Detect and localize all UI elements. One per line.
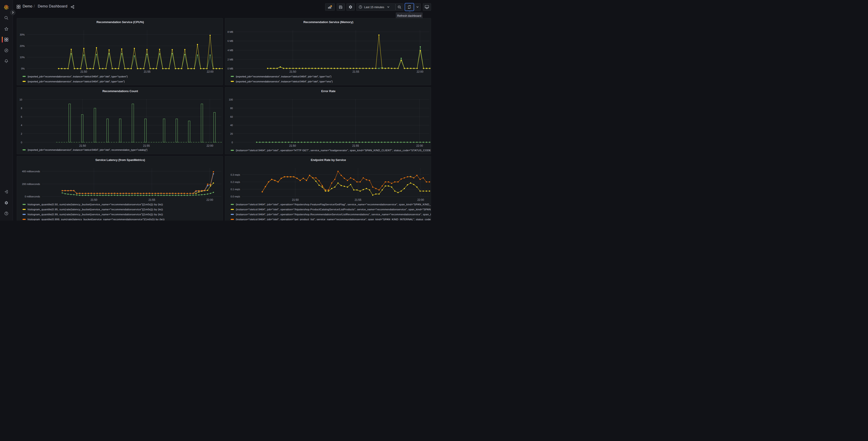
svg-text:80: 80: [230, 107, 233, 109]
svg-text:20%: 20%: [20, 45, 25, 47]
svg-text:21:50: 21:50: [80, 70, 87, 74]
svg-text:10: 10: [19, 98, 22, 101]
svg-text:8 MB: 8 MB: [227, 30, 233, 33]
svg-text:0.0 req/s: 0.0 req/s: [230, 195, 240, 198]
svg-text:21:50: 21:50: [91, 198, 97, 202]
svg-text:{exported_job="recommendations: {exported_job="recommendationservice", i…: [28, 148, 148, 151]
svg-text:0 MB: 0 MB: [227, 67, 233, 70]
svg-text:22:00: 22:00: [206, 144, 213, 147]
svg-text:{instance="otelcol:9464", job=: {instance="otelcol:9464", job="otel", op…: [236, 218, 431, 220]
svg-text:21:55: 21:55: [143, 144, 150, 147]
svg-text:histogram_quantile(0.99, sum(r: histogram_quantile(0.99, sum(rate(latenc…: [28, 213, 163, 216]
svg-text:0%: 0%: [21, 67, 25, 70]
svg-text:{instance="otelcol:9464", job=: {instance="otelcol:9464", job="otel", op…: [236, 149, 431, 152]
svg-text:22:00: 22:00: [416, 144, 423, 147]
svg-text:22:00: 22:00: [207, 70, 213, 74]
svg-text:Service Latency (from SpanMetr: Service Latency (from SpanMetrics): [95, 158, 145, 161]
svg-text:22:00: 22:00: [206, 198, 213, 202]
svg-text:{instance="otelcol:9464", job=: {instance="otelcol:9464", job="otel", op…: [236, 203, 431, 206]
svg-text:40: 40: [230, 124, 233, 126]
svg-text:21:50: 21:50: [292, 198, 299, 202]
svg-text:6: 6: [21, 115, 22, 118]
svg-text:2: 2: [21, 132, 22, 135]
svg-text:Endpoint Rate by Service: Endpoint Rate by Service: [311, 158, 346, 161]
svg-text:{instance="otelcol:9464", job=: {instance="otelcol:9464", job="otel", op…: [236, 213, 431, 216]
svg-text:400 milliseconds: 400 milliseconds: [22, 170, 40, 173]
svg-text:22:00: 22:00: [417, 198, 424, 202]
svg-text:21:50: 21:50: [289, 70, 296, 74]
svg-text:21:55: 21:55: [354, 198, 361, 202]
svg-text:Recommendation Service (Memory: Recommendation Service (Memory): [303, 20, 353, 24]
svg-text:0 milliseconds: 0 milliseconds: [25, 195, 40, 198]
svg-text:8: 8: [21, 107, 22, 109]
svg-text:2 MB: 2 MB: [227, 58, 233, 61]
svg-text:21:55: 21:55: [352, 144, 359, 147]
svg-text:{exported_job="recommendations: {exported_job="recommendationservice", i…: [28, 80, 125, 83]
svg-text:histogram_quantile(0.50, sum(r: histogram_quantile(0.50, sum(rate(latenc…: [28, 203, 163, 206]
svg-text:histogram_quantile(0.999, sum(: histogram_quantile(0.999, sum(rate(laten…: [28, 218, 164, 220]
svg-text:Recommendations Count: Recommendations Count: [102, 89, 138, 93]
svg-text:4: 4: [21, 124, 22, 126]
svg-text:Error Rate: Error Rate: [321, 89, 336, 93]
svg-text:0.2 req/s: 0.2 req/s: [230, 181, 240, 183]
svg-text:21:55: 21:55: [149, 198, 155, 202]
svg-text:{exported_job="recommendations: {exported_job="recommendationservice", i…: [28, 75, 128, 78]
svg-text:Recommendation Service (CPU%): Recommendation Service (CPU%): [96, 20, 144, 24]
svg-text:30%: 30%: [20, 33, 25, 36]
svg-text:60: 60: [230, 115, 233, 118]
svg-text:20: 20: [230, 132, 233, 135]
svg-text:200 milliseconds: 200 milliseconds: [22, 183, 40, 185]
svg-text:0: 0: [21, 141, 22, 144]
svg-text:21:55: 21:55: [352, 70, 359, 74]
svg-text:0: 0: [231, 141, 233, 144]
svg-text:{exported_job="recommendations: {exported_job="recommendationservice", i…: [236, 75, 332, 78]
svg-text:21:55: 21:55: [144, 70, 151, 74]
svg-text:21:50: 21:50: [79, 144, 86, 147]
svg-text:10%: 10%: [20, 56, 25, 59]
svg-text:{exported_job="recommendations: {exported_job="recommendationservice", i…: [236, 80, 333, 83]
svg-text:0.3 req/s: 0.3 req/s: [230, 173, 240, 176]
svg-text:100: 100: [229, 98, 233, 101]
svg-text:4 MB: 4 MB: [227, 49, 233, 52]
svg-text:6 MB: 6 MB: [227, 40, 233, 42]
svg-text:21:50: 21:50: [289, 144, 296, 147]
svg-text:22:00: 22:00: [416, 70, 423, 74]
svg-text:0.1 req/s: 0.1 req/s: [230, 188, 240, 190]
svg-text:{instance="otelcol:9464", job=: {instance="otelcol:9464", job="otel", op…: [236, 208, 431, 211]
svg-text:histogram_quantile(0.95, sum(r: histogram_quantile(0.95, sum(rate(latenc…: [28, 208, 163, 211]
